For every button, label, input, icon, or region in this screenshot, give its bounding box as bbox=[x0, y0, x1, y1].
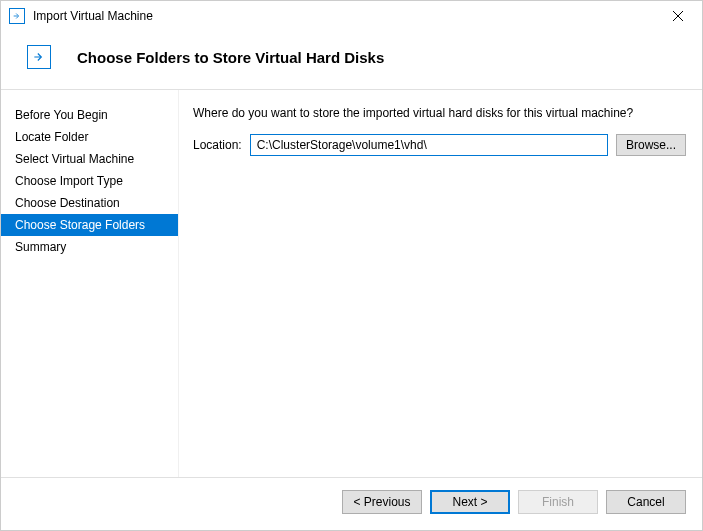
content-pane: Where do you want to store the imported … bbox=[179, 90, 702, 477]
location-row: Location: Browse... bbox=[193, 134, 686, 156]
cancel-button[interactable]: Cancel bbox=[606, 490, 686, 514]
app-icon bbox=[9, 8, 25, 24]
footer: < Previous Next > Finish Cancel bbox=[1, 477, 702, 530]
import-icon bbox=[27, 45, 51, 69]
page-title: Choose Folders to Store Virtual Hard Dis… bbox=[77, 49, 384, 66]
wizard-window: Import Virtual Machine Choose Folders to… bbox=[0, 0, 703, 531]
titlebar: Import Virtual Machine bbox=[1, 1, 702, 31]
step-before-you-begin[interactable]: Before You Begin bbox=[1, 104, 178, 126]
page-header: Choose Folders to Store Virtual Hard Dis… bbox=[1, 31, 702, 89]
window-title: Import Virtual Machine bbox=[33, 9, 658, 23]
step-select-virtual-machine[interactable]: Select Virtual Machine bbox=[1, 148, 178, 170]
step-locate-folder[interactable]: Locate Folder bbox=[1, 126, 178, 148]
location-label: Location: bbox=[193, 138, 242, 152]
next-button[interactable]: Next > bbox=[430, 490, 510, 514]
step-summary[interactable]: Summary bbox=[1, 236, 178, 258]
close-icon[interactable] bbox=[658, 2, 698, 30]
wizard-steps-sidebar: Before You Begin Locate Folder Select Vi… bbox=[1, 90, 179, 477]
step-choose-destination[interactable]: Choose Destination bbox=[1, 192, 178, 214]
step-choose-storage-folders[interactable]: Choose Storage Folders bbox=[1, 214, 178, 236]
prompt-text: Where do you want to store the imported … bbox=[193, 106, 686, 120]
previous-button[interactable]: < Previous bbox=[342, 490, 422, 514]
step-choose-import-type[interactable]: Choose Import Type bbox=[1, 170, 178, 192]
body: Before You Begin Locate Folder Select Vi… bbox=[1, 90, 702, 477]
finish-button: Finish bbox=[518, 490, 598, 514]
browse-button[interactable]: Browse... bbox=[616, 134, 686, 156]
location-input[interactable] bbox=[250, 134, 608, 156]
